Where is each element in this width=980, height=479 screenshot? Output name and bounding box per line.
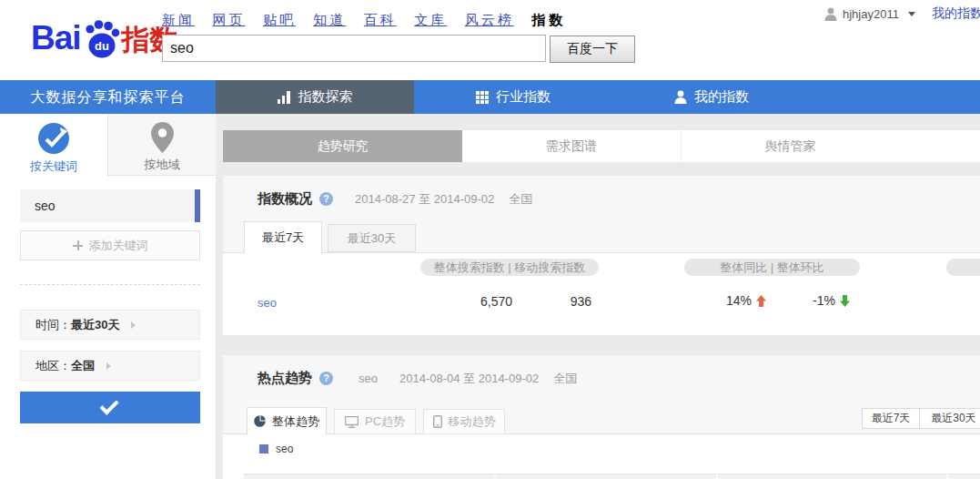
research-tabs: 趋势研究 需求图谱 舆情管家 [223, 130, 980, 162]
sidebar-tab-by-region[interactable]: 按地域 [107, 114, 216, 176]
compare-column-header: 整体同比 | 整体环比 [684, 259, 860, 276]
baidu-index-page: Bai du 指数 新闻 网页 贴吧 知道 百科 文库 风云榜 指数 百度一下 [0, 0, 980, 479]
tab-sentiment-manager[interactable]: 舆情管家 [681, 130, 899, 162]
tab-last-7-days[interactable]: 最近7天 [244, 221, 322, 253]
keyword-label: seo [20, 199, 56, 213]
trend-tab-label: 移动趋势 [449, 413, 496, 430]
panel-title: 指数概况 [258, 190, 312, 208]
bar-chart-icon [278, 91, 291, 104]
help-icon[interactable]: ? [319, 372, 333, 385]
nav-current-zhishu: 指数 [531, 12, 566, 27]
mom-change: -1% [813, 293, 850, 308]
nav-link-web[interactable]: 网页 [212, 12, 245, 27]
help-icon[interactable]: ? [319, 192, 333, 206]
tab-pc-trend[interactable]: PC趋势 [334, 409, 416, 434]
main-content: 趋势研究 需求图谱 舆情管家 指数概况 ? 2014-08-27 至 2014-… [216, 114, 980, 479]
phone-icon [433, 415, 442, 428]
sidebar-divider [20, 284, 200, 285]
trend-last-7-days-button[interactable]: 最近7天 [862, 408, 920, 429]
nav-item-industry-index[interactable]: 行业指数 [414, 80, 612, 114]
panel-title: 热点趋势 [258, 370, 312, 387]
chevron-down-icon[interactable] [908, 12, 915, 16]
trend-tab-label: 整体趋势 [272, 413, 319, 430]
date-range: 2014-08-27 至 2014-09-02 [355, 191, 494, 208]
baidu-index-logo[interactable]: Bai du 指数 [31, 18, 178, 58]
time-filter-label: 时间： [35, 318, 71, 331]
my-index-link[interactable]: 我的指数 [932, 5, 980, 22]
trend-keyword: seo [359, 372, 378, 385]
legend-color-swatch [259, 444, 268, 454]
platform-slogan: 大数据分享和探索平台 [0, 80, 216, 114]
grid-icon [476, 91, 489, 104]
sidebar: 按关键词 按地域 seo 添加关键词 时间：最近30天 地区：全国 [0, 114, 216, 479]
sidebar-tab-by-keyword[interactable]: 按关键词 [0, 114, 107, 176]
nav-link-baike[interactable]: 百科 [364, 12, 397, 27]
add-keyword-label: 添加关键词 [89, 238, 148, 254]
main-nav-bar: 大数据分享和探索平台 指数探索 行业指数 我的指数 [0, 80, 980, 114]
region-filter[interactable]: 地区：全国 [20, 351, 200, 381]
region-label: 全国 [509, 191, 532, 208]
nav-item-label: 行业指数 [496, 88, 551, 106]
search-index-column-header: 整体搜索指数 | 移动搜索指数 [420, 259, 599, 276]
nav-item-label: 指数探索 [298, 88, 353, 106]
nav-link-tieba[interactable]: 贴吧 [263, 12, 296, 27]
mobile-search-index-value: 936 [541, 294, 591, 309]
sidebar-tabs: 按关键词 按地域 [0, 114, 216, 176]
region-label: 全国 [553, 371, 577, 387]
trend-tab-label: PC趋势 [365, 413, 405, 430]
overall-search-index-value: 6,570 [458, 294, 512, 309]
nav-link-news[interactable]: 新闻 [162, 12, 195, 27]
location-pin-icon [151, 122, 174, 153]
username[interactable]: hjhjay2011 [843, 7, 899, 21]
nav-link-fengyunbang[interactable]: 风云榜 [465, 12, 514, 27]
tab-demand-map[interactable]: 需求图谱 [462, 130, 681, 162]
user-icon [824, 7, 837, 21]
svg-text:du: du [95, 39, 109, 53]
row-keyword-link[interactable]: seo [258, 296, 277, 310]
trend-last-30-days-button[interactable]: 最近30天 [919, 408, 980, 429]
chart-strip-divider [716, 474, 718, 479]
sidebar-tab-label: 按关键词 [30, 158, 77, 175]
baidu-paw-icon: du [82, 20, 120, 60]
plus-icon [73, 240, 83, 250]
yoy-change: 14% [726, 293, 766, 308]
up-arrow-icon [756, 295, 766, 307]
nav-item-my-index[interactable]: 我的指数 [612, 80, 811, 114]
chevron-right-icon [106, 362, 111, 370]
time-filter[interactable]: 时间：最近30天 [20, 310, 200, 340]
chart-legend: seo [259, 443, 293, 455]
keyword-edit-icon [37, 122, 70, 155]
pie-chart-icon [254, 415, 266, 427]
time-filter-value: 最近30天 [71, 318, 119, 331]
hot-trend-panel: 热点趋势 ? seo 2014-08-04 至 2014-09-02 全国 整体… [223, 355, 980, 479]
region-filter-value: 全国 [71, 359, 95, 372]
index-overview-panel: 指数概况 ? 2014-08-27 至 2014-09-02 全国 最近7天 最… [223, 176, 980, 335]
sidebar-tab-label: 按地域 [145, 157, 180, 173]
monitor-icon [345, 416, 359, 428]
keyword-list-item[interactable]: seo [20, 189, 200, 222]
top-nav-links: 新闻 网页 贴吧 知道 百科 文库 风云榜 指数 [162, 12, 566, 30]
logo-bai-text: Bai [31, 18, 81, 58]
nav-link-zhidao[interactable]: 知道 [313, 12, 346, 27]
yoy-value: 14% [726, 293, 752, 308]
nav-item-label: 我的指数 [694, 88, 749, 106]
nav-item-index-explore[interactable]: 指数探索 [216, 80, 414, 114]
tab-overall-trend[interactable]: 整体趋势 [247, 407, 327, 434]
add-keyword-button[interactable]: 添加关键词 [20, 230, 200, 260]
trend-range-buttons: 最近7天 最近30天 [862, 408, 980, 429]
apply-button[interactable] [20, 392, 200, 423]
nav-link-wenku[interactable]: 文库 [414, 12, 447, 27]
region-filter-label: 地区： [35, 359, 71, 372]
chart-strip-divider [494, 474, 496, 479]
search-input[interactable] [162, 35, 546, 62]
index-overview-title-row: 指数概况 ? 2014-08-27 至 2014-09-02 全国 [223, 176, 980, 208]
tab-mobile-trend[interactable]: 移动趋势 [423, 409, 505, 434]
top-header: Bai du 指数 新闻 网页 贴吧 知道 百科 文库 风云榜 指数 百度一下 [0, 0, 980, 80]
tab-trend-research[interactable]: 趋势研究 [223, 130, 462, 162]
date-range: 2014-08-04 至 2014-09-02 [399, 371, 539, 387]
legend-label: seo [276, 443, 293, 455]
down-arrow-icon [840, 295, 850, 307]
chart-strip-divider [946, 474, 948, 479]
baidu-search-button[interactable]: 百度一下 [550, 36, 635, 63]
tab-last-30-days[interactable]: 最近30天 [328, 224, 416, 252]
